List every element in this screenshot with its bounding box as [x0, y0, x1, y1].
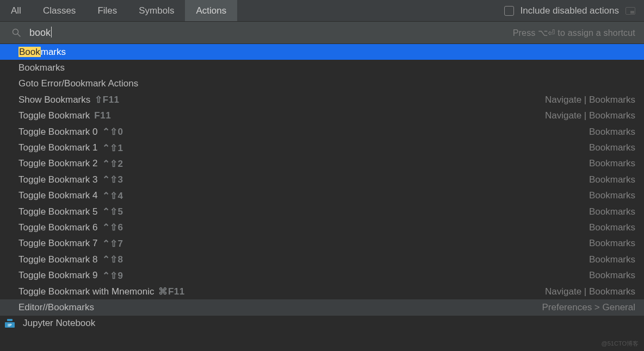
- result-row[interactable]: Toggle Bookmark 5⌃⇧5Bookmarks: [0, 204, 644, 220]
- result-label: Toggle Bookmark 7: [18, 238, 98, 249]
- result-row[interactable]: Toggle Bookmark 8⌃⇧8Bookmarks: [0, 252, 644, 267]
- tabbar-right: Include disabled actions: [496, 0, 644, 21]
- result-shortcut: ⌃⇧5: [102, 206, 123, 217]
- result-group: Bookmarks: [589, 222, 635, 233]
- result-shortcut: ⌃⇧0: [102, 126, 123, 137]
- result-left: Toggle Bookmark 8⌃⇧8: [18, 254, 123, 265]
- result-group: Bookmarks: [589, 238, 635, 249]
- tab-actions[interactable]: Actions: [185, 0, 237, 21]
- result-group: Bookmarks: [589, 254, 635, 265]
- result-left: Bookmarks: [18, 47, 66, 58]
- result-label: Bookmarks: [18, 47, 66, 58]
- result-group: Bookmarks: [589, 206, 635, 217]
- result-label: Bookmarks: [18, 62, 65, 73]
- result-group: Navigate | Bookmarks: [545, 110, 635, 121]
- result-group: Preferences > General: [542, 302, 635, 313]
- result-label: Toggle Bookmark 2: [18, 158, 98, 169]
- result-label: Toggle Bookmark 0: [18, 127, 98, 137]
- result-left: Toggle Bookmark 3⌃⇧3: [18, 174, 123, 185]
- include-disabled-checkbox[interactable]: [504, 6, 514, 16]
- result-left: Goto Error/Bookmark Actions: [18, 78, 138, 89]
- result-left: Toggle Bookmark 9⌃⇧9: [18, 270, 123, 281]
- hint-suffix: to assign a shortcut: [555, 28, 635, 37]
- result-label: Toggle Bookmark 9: [18, 270, 98, 281]
- tab-symbols[interactable]: Symbols: [128, 0, 185, 21]
- tab-bar: All Classes Files Symbols Actions Includ…: [0, 0, 644, 22]
- result-shortcut: ⌃⇧2: [102, 158, 123, 170]
- result-row[interactable]: Toggle Bookmark 6⌃⇧6Bookmarks: [0, 220, 644, 235]
- result-shortcut: ⌃⇧8: [102, 254, 123, 265]
- result-label: Toggle Bookmark 5: [18, 206, 98, 217]
- result-shortcut: ⌃⇧6: [102, 222, 123, 233]
- result-row[interactable]: Show Bookmarks⇧F11Navigate | Bookmarks: [0, 92, 644, 108]
- result-label: Editor//Bookmarks: [18, 302, 94, 313]
- result-row[interactable]: Editor//BookmarksPreferences > General: [0, 299, 644, 315]
- result-left: Toggle Bookmark 0⌃⇧0: [18, 126, 123, 137]
- result-row[interactable]: Toggle Bookmark 2⌃⇧2Bookmarks: [0, 156, 644, 172]
- search-query-text: book: [29, 27, 51, 38]
- result-row[interactable]: Toggle Bookmark 0⌃⇧0Bookmarks: [0, 124, 644, 140]
- pin-icon[interactable]: [626, 7, 635, 15]
- result-label: Toggle Bookmark with Mnemonic: [18, 286, 154, 297]
- tab-files[interactable]: Files: [86, 0, 128, 21]
- result-label: Goto Error/Bookmark Actions: [18, 78, 138, 89]
- result-left: Editor//Bookmarks: [18, 302, 94, 313]
- result-label: Toggle Bookmark 8: [18, 254, 98, 265]
- result-row[interactable]: Toggle Bookmark 7⌃⇧7Bookmarks: [0, 236, 644, 252]
- result-left: IPJupyter Notebook: [18, 318, 95, 329]
- result-shortcut: ⌃⇧7: [102, 238, 123, 249]
- result-group: Bookmarks: [589, 174, 635, 185]
- result-row[interactable]: Toggle Bookmark 1⌃⇧1Bookmarks: [0, 140, 644, 155]
- result-label: Toggle Bookmark 3: [18, 174, 98, 185]
- result-left: Toggle Bookmark 1⌃⇧1: [18, 142, 123, 154]
- result-group: Bookmarks: [589, 270, 635, 281]
- result-left: Toggle Bookmark with Mnemonic⌘F11: [18, 286, 185, 297]
- include-disabled-label: Include disabled actions: [521, 5, 619, 16]
- result-label: Toggle Bookmark: [18, 110, 90, 121]
- result-shortcut: ⇧F11: [95, 94, 119, 105]
- result-row[interactable]: Toggle Bookmark 4⌃⇧4Bookmarks: [0, 188, 644, 204]
- hint-keys: ⌥⏎: [538, 28, 555, 37]
- tabbar-spacer: [237, 0, 495, 21]
- tab-all[interactable]: All: [0, 0, 32, 21]
- search-input[interactable]: book: [29, 27, 52, 39]
- result-row[interactable]: Toggle BookmarkF11Navigate | Bookmarks: [0, 108, 644, 124]
- result-row[interactable]: Toggle Bookmark 9⌃⇧9Bookmarks: [0, 267, 644, 283]
- text-caret: [51, 27, 52, 37]
- result-label: Toggle Bookmark 4: [18, 190, 98, 201]
- match-highlight: Book: [18, 47, 41, 57]
- result-group: Bookmarks: [589, 190, 635, 201]
- result-group: Bookmarks: [589, 142, 635, 153]
- search-row: book Press ⌥⏎ to assign a shortcut: [0, 22, 644, 44]
- result-label: Jupyter Notebook: [23, 318, 95, 329]
- result-left: Toggle Bookmark 2⌃⇧2: [18, 158, 123, 170]
- result-row[interactable]: Goto Error/Bookmark Actions: [0, 76, 644, 92]
- tab-classes[interactable]: Classes: [32, 0, 86, 21]
- hint-prefix: Press: [513, 28, 538, 37]
- result-left: Toggle Bookmark 5⌃⇧5: [18, 206, 123, 217]
- result-left: Bookmarks: [18, 62, 65, 73]
- search-icon: [12, 28, 21, 37]
- jupyter-ip-icon: IP: [4, 319, 15, 328]
- results-list: BookmarksBookmarksGoto Error/Bookmark Ac…: [0, 44, 644, 351]
- result-label: Show Bookmarks: [18, 95, 90, 105]
- result-row[interactable]: Toggle Bookmark with Mnemonic⌘F11Navigat…: [0, 284, 644, 299]
- result-shortcut: F11: [94, 110, 111, 121]
- result-group: Bookmarks: [589, 158, 635, 169]
- result-row[interactable]: IPJupyter Notebook: [0, 316, 644, 331]
- result-left: Toggle Bookmark 7⌃⇧7: [18, 238, 123, 249]
- svg-line-1: [18, 34, 21, 37]
- result-group: Navigate | Bookmarks: [545, 286, 635, 297]
- result-left: Toggle BookmarkF11: [18, 110, 111, 121]
- result-label: Toggle Bookmark 1: [18, 142, 98, 153]
- result-left: Toggle Bookmark 4⌃⇧4: [18, 190, 123, 202]
- result-label: Toggle Bookmark 6: [18, 222, 98, 233]
- result-shortcut: ⌃⇧4: [102, 190, 123, 202]
- result-row[interactable]: Bookmarks: [0, 60, 644, 76]
- result-shortcut: ⌃⇧9: [102, 270, 123, 281]
- result-shortcut: ⌘F11: [158, 286, 184, 297]
- result-row[interactable]: Toggle Bookmark 3⌃⇧3Bookmarks: [0, 172, 644, 187]
- result-row[interactable]: Bookmarks: [0, 44, 644, 60]
- result-left: Show Bookmarks⇧F11: [18, 94, 120, 105]
- result-shortcut: ⌃⇧1: [102, 142, 123, 154]
